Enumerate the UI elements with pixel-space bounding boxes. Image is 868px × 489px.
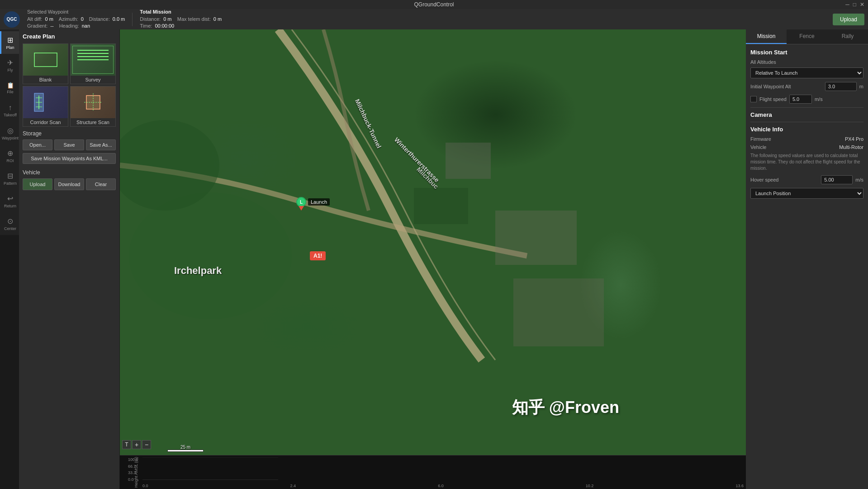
launch-marker: L Launch: [296, 197, 330, 207]
storage-btn-row: Open... Save Save As...: [23, 139, 116, 150]
left-nav: ⊞ Plan ✈ Fly 📋 File ↑ Takeoff ◎ Waypoint…: [0, 29, 19, 235]
y-label-2: 33.3: [128, 470, 142, 475]
vehicle-download-button[interactable]: Download: [54, 178, 84, 190]
total-time-row: Time: 00:00:00: [140, 23, 222, 29]
blank-plan-item[interactable]: Blank: [23, 43, 68, 84]
toolbar-upload-button[interactable]: Upload: [833, 14, 864, 25]
alt-diff-row: Alt diff: 0 m: [27, 16, 53, 23]
vehicle-upload-button[interactable]: Upload: [23, 178, 52, 190]
survey-label: Survey: [71, 76, 115, 84]
launch-dot: L: [296, 197, 306, 207]
save-as-button[interactable]: Save As...: [86, 139, 116, 150]
nav-item-file[interactable]: 📋 File: [0, 77, 19, 99]
survey-plan-item[interactable]: Survey: [70, 43, 116, 84]
save-button[interactable]: Save: [54, 139, 84, 150]
x-label-3: 10.2: [586, 484, 594, 488]
flight-speed-label: Flight speed: [759, 96, 787, 102]
corridor-thumbnail: [23, 86, 68, 118]
y-label-1: 66.7: [128, 464, 142, 469]
right-sidebar-tabs: Mission Fence Rally: [746, 29, 868, 44]
title-bar: QGroundControl ─ □ ✕: [0, 0, 868, 9]
y-label-0: 100.0: [128, 457, 142, 462]
nav-label-roi: ROI: [6, 158, 14, 163]
nav-item-roi[interactable]: ⊕ ROI: [0, 144, 19, 167]
highway-marker: A1!: [310, 251, 326, 260]
open-button[interactable]: Open...: [23, 139, 52, 150]
svg-rect-0: [34, 53, 57, 67]
toolbar-divider-1: [132, 13, 133, 26]
section-divider-2: [750, 122, 863, 122]
launch-position-select[interactable]: Launch Position: [750, 188, 863, 199]
waypoint-icon: ◎: [7, 126, 14, 135]
map-view[interactable]: L Launch A1! Irchelpark Milchbuck-Tunnel…: [120, 29, 746, 455]
hover-speed-input[interactable]: [821, 175, 853, 184]
all-altitudes-row: All Altitudes: [750, 59, 863, 65]
structure-scan-item[interactable]: Structure Scan: [70, 86, 116, 127]
vehicle-btn-row: Upload Download Clear: [23, 178, 116, 190]
fly-icon: ✈: [7, 58, 13, 67]
corridor-scan-item[interactable]: Corridor Scan: [23, 86, 68, 127]
map-zoom-controls: T + −: [122, 440, 151, 449]
x-label-0: 0.0: [142, 484, 148, 488]
minimize-btn[interactable]: ─: [845, 1, 849, 8]
flight-speed-input[interactable]: [789, 95, 812, 104]
nav-item-return[interactable]: ↩ Return: [0, 190, 19, 212]
elevation-panel: Height AMSL (m) 100.0 66.7 33.3 0.0 0.0 …: [120, 455, 746, 489]
initial-waypoint-alt-unit: m: [859, 84, 863, 89]
app-logo: QGC: [4, 11, 20, 28]
blank-label: Blank: [23, 76, 68, 84]
vehicle-title: Vehicle: [23, 169, 116, 176]
tab-rally[interactable]: Rally: [827, 29, 868, 44]
corridor-svg: [28, 89, 64, 116]
vehicle-clear-button[interactable]: Clear: [86, 178, 116, 190]
initial-waypoint-alt-input[interactable]: [825, 82, 857, 91]
structure-svg: [75, 89, 111, 116]
roi-icon: ⊕: [7, 149, 13, 158]
selected-waypoint-label: Selected Waypoint: [27, 9, 125, 15]
elevation-x-labels: 0.0 2.4 6.0 10.2 13.6: [142, 484, 744, 488]
t-label[interactable]: T: [122, 440, 131, 449]
nav-item-center[interactable]: ⊙ Center: [0, 212, 19, 235]
zoom-out-button[interactable]: −: [142, 440, 151, 449]
tab-fence[interactable]: Fence: [787, 29, 827, 44]
total-mission-label: Total Mission: [140, 9, 222, 15]
nav-label-return: Return: [4, 204, 16, 208]
structure-thumbnail: [71, 86, 115, 118]
plan-panel: Create Plan Blank: [19, 29, 119, 489]
toolbar: QGC Selected Waypoint Alt diff: 0 m Azim…: [0, 9, 868, 29]
scale-label: 25 m: [167, 445, 204, 450]
nav-item-takeoff[interactable]: ↑ Takeoff: [0, 99, 19, 122]
tab-mission[interactable]: Mission: [746, 29, 787, 44]
altitude-select[interactable]: Relative To Launch Absolute Above Terrai…: [750, 67, 863, 78]
vehicle-info-title: Vehicle Info: [750, 126, 863, 133]
right-sidebar-content: Mission Start All Altitudes Relative To …: [746, 44, 868, 207]
section-divider-1: [750, 107, 863, 108]
vehicle-type-value: Multi-Rotor: [839, 144, 863, 150]
firmware-label: Firmware: [750, 136, 842, 142]
scale-line: [167, 450, 204, 452]
survey-thumbnail: [71, 44, 115, 76]
save-kml-button[interactable]: Save Mission Waypoints As KML...: [23, 153, 116, 164]
nav-label-file: File: [7, 90, 14, 94]
app-title: QGroundControl: [414, 1, 454, 8]
flight-speed-checkbox[interactable]: [750, 96, 757, 102]
nav-item-pattern[interactable]: ⊟ Pattern: [0, 167, 19, 190]
close-btn[interactable]: ✕: [860, 1, 864, 8]
nav-item-plan[interactable]: ⊞ Plan: [0, 31, 19, 54]
takeoff-icon: ↑: [9, 104, 12, 112]
nav-item-fly[interactable]: ✈ Fly: [0, 54, 19, 77]
x-label-1: 2.4: [290, 484, 296, 488]
nav-item-waypoint[interactable]: ◎ Waypoint: [0, 122, 19, 144]
plan-thumbnails: Blank Survey: [23, 43, 116, 127]
zoom-in-button[interactable]: +: [132, 440, 141, 449]
blank-thumbnail-svg: [32, 51, 59, 69]
storage-title: Storage: [23, 130, 116, 137]
all-altitudes-label: All Altitudes: [750, 59, 863, 65]
hover-speed-row: Hover speed m/s: [750, 175, 863, 184]
total-distance-row: Distance: 0 m Max telem dist: 0 m: [140, 16, 222, 23]
maximize-btn[interactable]: □: [853, 1, 856, 8]
selected-waypoint-section: Selected Waypoint Alt diff: 0 m Azimuth:…: [27, 9, 125, 29]
corridor-scan-label: Corridor Scan: [23, 118, 68, 126]
center-icon: ⊙: [7, 217, 13, 225]
nav-label-center: Center: [4, 226, 16, 231]
